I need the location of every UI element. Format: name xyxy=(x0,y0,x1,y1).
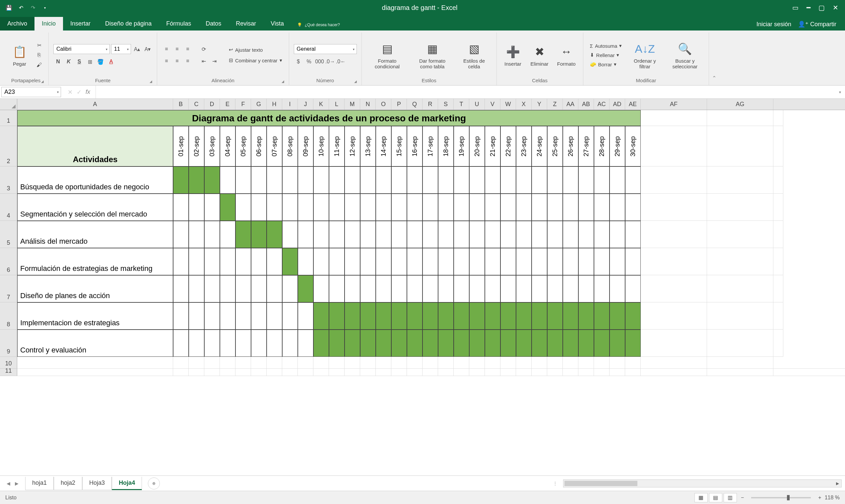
date-header[interactable]: 10-sep xyxy=(313,126,329,166)
column-header[interactable]: Y xyxy=(532,99,547,110)
date-header[interactable]: 15-sep xyxy=(391,126,407,166)
cell[interactable] xyxy=(773,221,783,248)
save-icon[interactable]: 💾 xyxy=(5,3,13,12)
date-header[interactable]: 02-sep xyxy=(189,126,204,166)
sheet-tab[interactable]: hoja1 xyxy=(25,477,54,490)
column-header[interactable]: N xyxy=(360,99,376,110)
gantt-cell[interactable] xyxy=(485,302,500,329)
cell[interactable] xyxy=(345,357,360,369)
gantt-cell[interactable] xyxy=(189,166,204,194)
gantt-cell[interactable] xyxy=(485,275,500,302)
gantt-cell[interactable] xyxy=(563,194,578,221)
gantt-cell[interactable] xyxy=(298,248,313,275)
cell[interactable] xyxy=(625,357,641,369)
tab-insert[interactable]: Insertar xyxy=(63,17,98,31)
cell[interactable] xyxy=(707,302,773,329)
gantt-cell[interactable] xyxy=(173,248,189,275)
date-header[interactable]: 27-sep xyxy=(578,126,594,166)
gantt-cell[interactable] xyxy=(625,166,641,194)
add-sheet-button[interactable]: ⊕ xyxy=(148,478,160,489)
row-header[interactable]: 4 xyxy=(0,194,17,221)
gantt-cell[interactable] xyxy=(189,194,204,221)
column-header[interactable]: M xyxy=(345,99,360,110)
number-format-combo[interactable]: General xyxy=(294,44,357,54)
gantt-cell[interactable] xyxy=(267,166,282,194)
cell[interactable] xyxy=(641,194,707,221)
gantt-cell[interactable] xyxy=(516,329,532,357)
format-painter-icon[interactable]: 🖌 xyxy=(35,61,44,69)
gantt-cell[interactable] xyxy=(500,248,516,275)
gantt-cell[interactable] xyxy=(516,194,532,221)
cell[interactable] xyxy=(578,357,594,369)
gantt-cell[interactable] xyxy=(578,329,594,357)
fill-button[interactable]: ⬇Rellenar ▾ xyxy=(588,51,624,59)
cell[interactable] xyxy=(773,194,783,221)
date-header[interactable]: 17-sep xyxy=(422,126,438,166)
fx-icon[interactable]: fx xyxy=(86,89,90,95)
date-header[interactable]: 18-sep xyxy=(438,126,454,166)
cell[interactable] xyxy=(563,369,578,376)
ribbon-display-icon[interactable]: ▭ xyxy=(792,4,798,12)
gantt-cell[interactable] xyxy=(438,275,454,302)
date-header[interactable]: 30-sep xyxy=(625,126,641,166)
cell[interactable] xyxy=(707,126,773,166)
date-header[interactable]: 23-sep xyxy=(516,126,532,166)
cell[interactable] xyxy=(345,369,360,376)
cell[interactable] xyxy=(485,357,500,369)
cell[interactable] xyxy=(641,357,707,369)
column-header[interactable]: R xyxy=(422,99,438,110)
gantt-cell[interactable] xyxy=(500,329,516,357)
gantt-cell[interactable] xyxy=(220,302,235,329)
gantt-cell[interactable] xyxy=(251,166,267,194)
gantt-cell[interactable] xyxy=(563,329,578,357)
gantt-cell[interactable] xyxy=(469,221,485,248)
gantt-cell[interactable] xyxy=(407,248,422,275)
formula-input[interactable] xyxy=(95,86,835,98)
column-header[interactable]: X xyxy=(516,99,532,110)
cell[interactable] xyxy=(516,369,532,376)
gantt-cell[interactable] xyxy=(376,194,391,221)
gantt-cell[interactable] xyxy=(407,302,422,329)
date-header[interactable]: 16-sep xyxy=(407,126,422,166)
sort-filter-button[interactable]: A↓ZOrdenar y filtrar xyxy=(627,39,662,71)
activity-cell[interactable]: Segmentación y selección del mercado xyxy=(17,194,173,221)
gantt-cell[interactable] xyxy=(485,221,500,248)
gantt-cell[interactable] xyxy=(220,166,235,194)
gantt-cell[interactable] xyxy=(360,275,376,302)
column-header[interactable]: T xyxy=(454,99,469,110)
gantt-cell[interactable] xyxy=(235,166,251,194)
cell[interactable] xyxy=(641,329,707,357)
cell[interactable] xyxy=(360,357,376,369)
gantt-cell[interactable] xyxy=(235,221,251,248)
cell[interactable] xyxy=(235,357,251,369)
cell[interactable] xyxy=(532,357,547,369)
cell[interactable] xyxy=(189,369,204,376)
gantt-cell[interactable] xyxy=(547,275,563,302)
cell[interactable] xyxy=(204,369,220,376)
row-header[interactable]: 7 xyxy=(0,275,17,302)
cell[interactable] xyxy=(641,110,707,126)
align-bottom-icon[interactable]: ≡ xyxy=(183,45,192,53)
gantt-cell[interactable] xyxy=(251,275,267,302)
gantt-cell[interactable] xyxy=(547,329,563,357)
column-header[interactable]: K xyxy=(313,99,329,110)
format-cells-button[interactable]: ↔Formato xyxy=(555,42,578,68)
gantt-cell[interactable] xyxy=(313,275,329,302)
gantt-cell[interactable] xyxy=(329,194,345,221)
cell[interactable] xyxy=(17,369,173,376)
gantt-cell[interactable] xyxy=(345,221,360,248)
cell[interactable] xyxy=(189,357,204,369)
gantt-cell[interactable] xyxy=(189,275,204,302)
gantt-cell[interactable] xyxy=(360,302,376,329)
cell[interactable] xyxy=(485,369,500,376)
gantt-cell[interactable] xyxy=(454,275,469,302)
tab-review[interactable]: Revisar xyxy=(229,17,263,31)
gantt-cell[interactable] xyxy=(391,166,407,194)
underline-button[interactable]: S xyxy=(75,57,84,66)
align-top-icon[interactable]: ≡ xyxy=(162,45,171,53)
cell[interactable] xyxy=(422,357,438,369)
gantt-cell[interactable] xyxy=(313,221,329,248)
align-left-icon[interactable]: ≡ xyxy=(162,57,171,65)
gantt-cell[interactable] xyxy=(189,302,204,329)
zoom-level[interactable]: 118 % xyxy=(825,495,840,501)
